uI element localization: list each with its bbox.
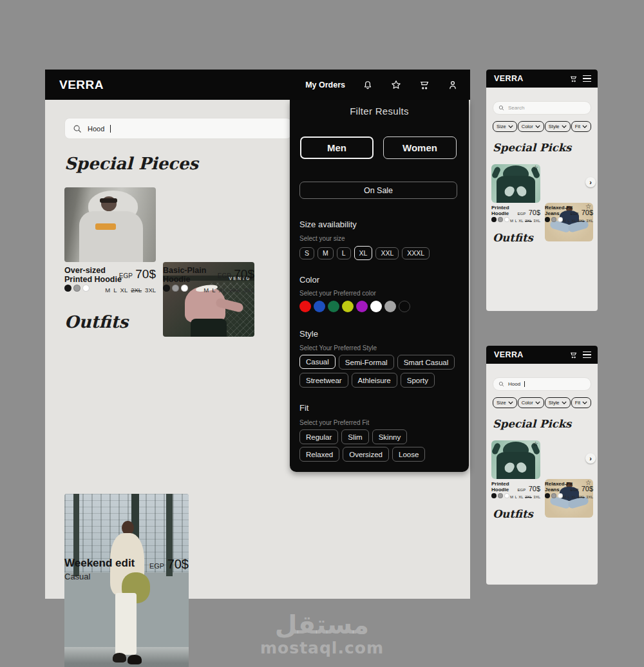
filter-chip-style[interactable]: Style bbox=[545, 121, 571, 132]
style-chip[interactable]: Streetwear bbox=[299, 373, 348, 388]
product-image-printed-hoodie[interactable]: ☆ bbox=[491, 164, 540, 203]
on-sale-button[interactable]: On Sale bbox=[299, 182, 457, 199]
fit-chip[interactable]: Relaxed bbox=[299, 447, 339, 462]
color-dot[interactable] bbox=[504, 217, 509, 222]
color-dot[interactable] bbox=[491, 493, 497, 498]
size-option[interactable]: M bbox=[204, 287, 209, 294]
style-chip[interactable]: Sporty bbox=[401, 373, 435, 388]
size-option[interactable]: 3XL bbox=[586, 219, 593, 223]
carousel-next-button[interactable]: › bbox=[585, 453, 596, 464]
fit-chip[interactable]: Loose bbox=[392, 447, 425, 462]
color-dot[interactable] bbox=[491, 217, 497, 222]
size-option[interactable]: 3XL bbox=[145, 287, 156, 294]
size-option[interactable]: L bbox=[212, 287, 215, 294]
size-chip[interactable]: XXXL bbox=[402, 247, 430, 259]
cart-icon[interactable] bbox=[419, 79, 430, 91]
gender-women-button[interactable]: Women bbox=[383, 136, 457, 159]
size-option[interactable]: L bbox=[515, 219, 516, 223]
color-swatch-black[interactable] bbox=[399, 301, 410, 312]
size-option[interactable]: L bbox=[567, 219, 569, 223]
size-option[interactable]: M bbox=[563, 495, 566, 499]
fit-chip[interactable]: Skinny bbox=[372, 429, 408, 444]
size-option[interactable]: M bbox=[510, 495, 513, 499]
size-chip[interactable]: S bbox=[299, 247, 314, 259]
gender-men-button[interactable]: Men bbox=[300, 136, 374, 159]
color-swatch-blue[interactable] bbox=[314, 301, 325, 312]
size-option[interactable]: XL bbox=[518, 495, 523, 499]
search-input[interactable]: Hood bbox=[493, 377, 591, 391]
color-dot[interactable] bbox=[551, 217, 556, 222]
size-option[interactable]: XL bbox=[571, 219, 576, 223]
color-dot[interactable] bbox=[545, 493, 550, 498]
color-dot[interactable] bbox=[181, 285, 188, 292]
fit-chip[interactable]: Oversized bbox=[343, 447, 389, 462]
size-option[interactable]: 3XL bbox=[533, 219, 540, 223]
color-swatch-green[interactable] bbox=[328, 301, 339, 312]
size-option[interactable]: M bbox=[105, 287, 110, 294]
color-dot[interactable] bbox=[545, 217, 550, 222]
size-option[interactable]: M bbox=[510, 219, 513, 223]
size-option[interactable]: XL bbox=[219, 287, 227, 294]
my-orders-link[interactable]: My Orders bbox=[305, 80, 345, 89]
color-dot[interactable] bbox=[558, 493, 563, 498]
style-chip[interactable]: Smart Casual bbox=[397, 355, 455, 370]
size-option[interactable]: L bbox=[567, 495, 569, 499]
size-option-unavailable[interactable]: 2XL bbox=[525, 219, 532, 223]
product-image-oversized-printed-hoodie[interactable] bbox=[64, 187, 156, 262]
size-option-unavailable[interactable]: 2XL bbox=[131, 287, 142, 294]
style-chip-selected[interactable]: Casual bbox=[299, 355, 336, 369]
color-dot[interactable] bbox=[73, 285, 80, 292]
fit-chip[interactable]: Regular bbox=[299, 429, 338, 444]
color-dot[interactable] bbox=[172, 285, 179, 292]
favorite-star-icon[interactable]: ☆ bbox=[585, 480, 591, 486]
size-option[interactable]: XL bbox=[571, 495, 576, 499]
style-chip[interactable]: Semi-Formal bbox=[339, 355, 394, 370]
product-image-printed-hoodie[interactable]: ☆ bbox=[491, 440, 540, 479]
cart-icon[interactable] bbox=[569, 75, 578, 83]
menu-icon[interactable] bbox=[583, 75, 591, 82]
size-option[interactable]: M bbox=[563, 219, 566, 223]
size-option[interactable]: L bbox=[113, 287, 117, 294]
color-dot[interactable] bbox=[163, 285, 170, 292]
size-option[interactable]: 3XL bbox=[533, 495, 540, 499]
color-swatch-lime[interactable] bbox=[342, 301, 354, 312]
size-option[interactable]: 3XL bbox=[586, 495, 593, 499]
search-input[interactable]: Search bbox=[493, 101, 591, 115]
filter-chip-color[interactable]: Color bbox=[518, 397, 544, 408]
filter-chip-style[interactable]: Style bbox=[545, 397, 571, 408]
size-chip[interactable]: L bbox=[337, 247, 351, 259]
color-dot[interactable] bbox=[498, 217, 503, 222]
size-option[interactable]: XL bbox=[518, 219, 523, 223]
filter-chip-color[interactable]: Color bbox=[518, 121, 544, 132]
color-dot[interactable] bbox=[558, 217, 563, 222]
bell-icon[interactable] bbox=[362, 79, 374, 91]
menu-icon[interactable] bbox=[583, 352, 591, 359]
size-chip[interactable]: XXL bbox=[375, 247, 399, 259]
color-dot[interactable] bbox=[64, 285, 71, 292]
color-swatch-gray[interactable] bbox=[384, 301, 396, 312]
carousel-next-button[interactable]: › bbox=[585, 177, 596, 187]
favorite-star-icon[interactable]: ☆ bbox=[533, 165, 538, 171]
size-option-unavailable[interactable]: 2XL bbox=[525, 495, 532, 499]
size-option[interactable]: XL bbox=[120, 287, 128, 294]
color-dot[interactable] bbox=[551, 493, 556, 498]
color-dot[interactable] bbox=[504, 493, 509, 498]
style-chip[interactable]: Athleisure bbox=[352, 373, 397, 388]
color-dot[interactable] bbox=[498, 493, 503, 498]
size-chip-selected[interactable]: XL bbox=[354, 246, 373, 260]
size-option[interactable]: 3XL bbox=[243, 287, 254, 294]
size-option-unavailable[interactable]: 2XL bbox=[578, 219, 585, 223]
color-swatch-purple[interactable] bbox=[356, 301, 368, 312]
cart-icon[interactable] bbox=[569, 351, 578, 359]
size-option[interactable]: L bbox=[515, 495, 516, 499]
favorite-star-icon[interactable]: ☆ bbox=[533, 441, 538, 447]
fit-chip[interactable]: Slim bbox=[341, 429, 368, 444]
favorite-star-icon[interactable]: ☆ bbox=[585, 203, 591, 210]
size-option-unavailable[interactable]: 2XL bbox=[578, 495, 585, 499]
favorites-star-icon[interactable] bbox=[390, 79, 402, 91]
filter-chip-size[interactable]: Size bbox=[493, 121, 517, 132]
search-input[interactable]: Hood bbox=[64, 118, 292, 139]
size-option-unavailable[interactable]: 2XL bbox=[229, 287, 240, 294]
filter-chip-fit[interactable]: Fit bbox=[571, 397, 591, 408]
color-swatch-red[interactable] bbox=[299, 301, 311, 312]
